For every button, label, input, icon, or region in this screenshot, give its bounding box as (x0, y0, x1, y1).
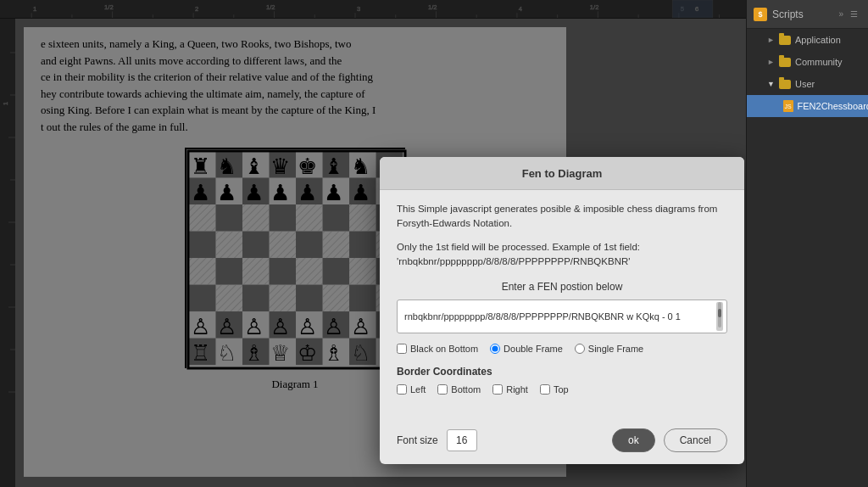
scripts-expand-btn[interactable]: » (835, 8, 847, 20)
modal-title: Fen to Diagram (522, 167, 603, 180)
left-coord-group[interactable]: Left (397, 384, 426, 395)
single-frame-label: Single Frame (588, 344, 643, 354)
tree-item-application-label: Application (795, 35, 841, 45)
cancel-button[interactable]: Cancel (664, 428, 727, 452)
scripts-header: $ Scripts » ☰ (747, 0, 868, 29)
tree-item-application[interactable]: ► Application (747, 29, 868, 51)
font-size-input[interactable] (447, 429, 477, 451)
arrow-icon-user: ▼ (767, 80, 776, 88)
single-frame-radio[interactable] (575, 344, 585, 354)
right-coord-group[interactable]: Right (492, 384, 528, 395)
scripts-menu-btn[interactable]: ☰ (847, 8, 861, 20)
tree-item-community[interactable]: ► Community (747, 51, 868, 73)
fen-input-container[interactable] (397, 299, 727, 333)
scripts-section: $ Scripts » ☰ ► Application ► Community … (747, 0, 868, 117)
editor-area: 1 1/2 2 1/2 3 1/2 4 (0, 0, 746, 487)
folder-icon-community (779, 58, 791, 67)
black-on-bottom-checkbox[interactable] (397, 344, 407, 354)
arrow-icon-community: ► (767, 58, 776, 66)
modal-footer: Font size ok Cancel (380, 420, 744, 464)
ok-button[interactable]: ok (612, 428, 655, 452)
fen-to-diagram-modal: Fen to Diagram This Simple javascript ge… (380, 157, 744, 464)
arrow-icon: ► (767, 36, 776, 44)
modal-fen-label: Enter a FEN postion below (397, 281, 727, 293)
svg-rect-126 (718, 309, 721, 317)
border-coords-section: Border Coordinates Left Bottom Right (397, 366, 727, 395)
border-coords-options: Left Bottom Right Top (397, 384, 727, 395)
modal-description: This Simple javascript generates posible… (397, 202, 727, 232)
black-on-bottom-group[interactable]: Black on Bottom (397, 344, 478, 354)
arrow-spacer (777, 102, 780, 110)
tree-item-user[interactable]: ▼ User (747, 73, 868, 95)
file-icon: JS (783, 100, 793, 112)
single-frame-group[interactable]: Single Frame (575, 344, 643, 354)
left-checkbox[interactable] (397, 384, 407, 395)
scripts-label: Scripts (772, 8, 835, 20)
right-label: Right (506, 384, 528, 395)
tree-item-fen2chessboard[interactable]: JS FEN2Chessboard.jsx (747, 95, 868, 117)
bottom-label: Bottom (451, 384, 481, 395)
double-frame-radio[interactable] (490, 344, 500, 354)
scripts-icon: $ (754, 8, 767, 21)
tree-item-fen2chessboard-label: FEN2Chessboard.jsx (798, 101, 868, 111)
top-label: Top (554, 384, 569, 395)
left-label: Left (410, 384, 426, 395)
font-size-label: Font size (397, 434, 438, 446)
top-coord-group[interactable]: Top (540, 384, 569, 395)
double-frame-label: Double Frame (504, 344, 563, 354)
bottom-checkbox[interactable] (437, 384, 448, 395)
tree-item-user-label: User (795, 79, 815, 89)
fen-input[interactable] (401, 308, 716, 325)
folder-icon-user (779, 80, 791, 89)
folder-icon (779, 36, 791, 45)
modal-options: Black on Bottom Double Frame Single Fram… (397, 344, 727, 354)
tree-item-community-label: Community (795, 57, 843, 67)
fen-scrollbar[interactable] (716, 302, 723, 331)
modal-body: This Simple javascript generates posible… (380, 190, 744, 420)
double-frame-group[interactable]: Double Frame (490, 344, 563, 354)
right-checkbox[interactable] (492, 384, 503, 395)
modal-example-text: Only the 1st field will be processed. Ex… (397, 240, 727, 270)
black-on-bottom-label: Black on Bottom (410, 344, 478, 354)
bottom-coord-group[interactable]: Bottom (437, 384, 481, 395)
right-panel: fx Text Wrap $ Scripts » ☰ ► Application… (746, 0, 868, 487)
border-coords-label: Border Coordinates (397, 366, 727, 378)
modal-title-bar: Fen to Diagram (380, 157, 744, 190)
top-checkbox[interactable] (540, 384, 550, 395)
